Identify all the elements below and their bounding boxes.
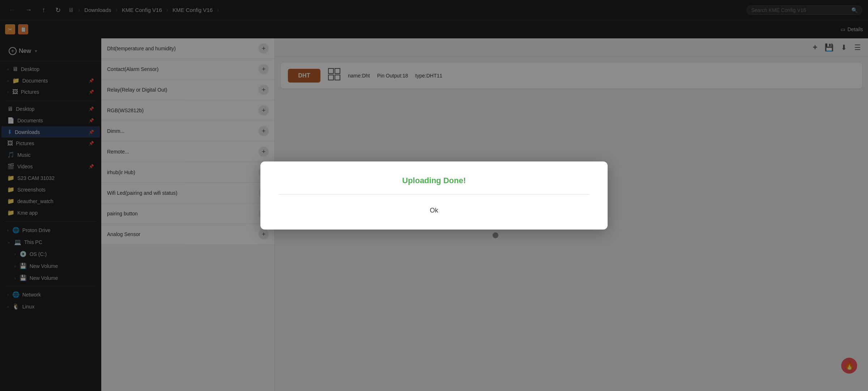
modal-dialog: Uploading Done! Ok <box>260 161 608 230</box>
modal-title: Uploading Done! <box>278 176 590 185</box>
modal-ok-button[interactable]: Ok <box>421 205 447 216</box>
modal-overlay: Uploading Done! Ok <box>0 0 868 391</box>
modal-divider <box>278 194 590 194</box>
